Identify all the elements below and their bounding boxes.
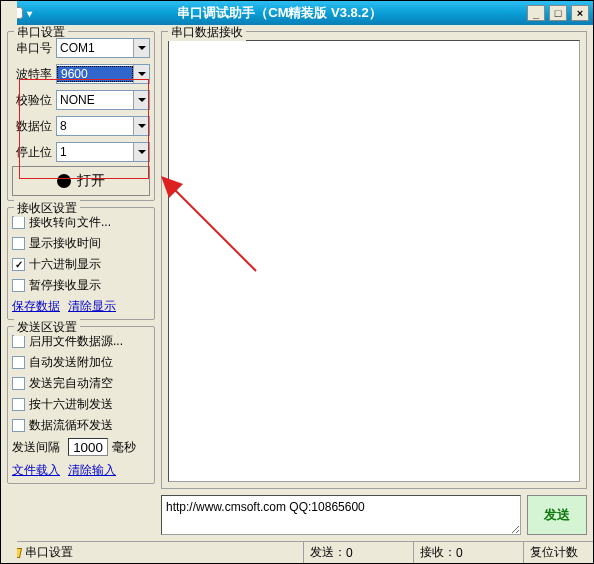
port-settings-group: 串口设置 串口号 COM1 波特率 9600 校验位: [7, 31, 155, 201]
rx-opt-row-2: 十六进制显示: [12, 256, 150, 273]
tx-opt-row-1: 自动发送附加位: [12, 354, 150, 371]
databits-select[interactable]: 8: [56, 116, 150, 136]
rx-opt-label-3: 暂停接收显示: [29, 277, 101, 294]
rx-area-title: 串口数据接收: [168, 25, 246, 41]
tx-opt-label-4: 数据流循环发送: [29, 417, 113, 434]
databits-value: 8: [57, 119, 133, 133]
rx-textarea[interactable]: [168, 40, 580, 482]
tx-group-title: 发送区设置: [14, 319, 80, 336]
rx-opt-row-3: 暂停接收显示: [12, 277, 150, 294]
tx-opt-label-2: 发送完自动清空: [29, 375, 113, 392]
tx-opt-row-3: 按十六进制发送: [12, 396, 150, 413]
baud-value: 9600: [57, 66, 133, 82]
tx-opt-checkbox-0[interactable]: [12, 335, 25, 348]
window-title: 串口调试助手（CM精装版 V3.8.2）: [32, 4, 527, 22]
tx-opt-row-4: 数据流循环发送: [12, 417, 150, 434]
stopbits-label: 停止位: [12, 144, 52, 161]
rx-group-title: 接收区设置: [14, 200, 80, 217]
port-value: COM1: [57, 41, 133, 55]
status-rx: 接收：0: [413, 542, 523, 563]
clear-display-link[interactable]: 清除显示: [68, 298, 116, 315]
rx-opt-label-2: 十六进制显示: [29, 256, 101, 273]
clear-input-link[interactable]: 清除输入: [68, 462, 116, 479]
tx-opt-label-3: 按十六进制发送: [29, 396, 113, 413]
rx-opt-label-1: 显示接收时间: [29, 235, 101, 252]
chevron-down-icon: [133, 143, 149, 161]
titlebar[interactable]: ▾ 串口调试助手（CM精装版 V3.8.2） _ □ ×: [1, 1, 593, 25]
save-data-link[interactable]: 保存数据: [12, 298, 60, 315]
tx-settings-group: 发送区设置 启用文件数据源...自动发送附加位发送完自动清空按十六进制发送数据流…: [7, 326, 155, 484]
port-select[interactable]: COM1: [56, 38, 150, 58]
close-button[interactable]: ×: [571, 5, 589, 21]
chevron-down-icon: [133, 39, 149, 57]
open-button-label: 打开: [77, 172, 105, 190]
statusbar: 串口设置 发送：0 接收：0 复位计数: [1, 541, 593, 563]
tx-textarea[interactable]: [161, 495, 521, 535]
tx-opt-label-1: 自动发送附加位: [29, 354, 113, 371]
chevron-down-icon: [133, 65, 149, 83]
rx-opt-checkbox-3[interactable]: [12, 279, 25, 292]
open-port-button[interactable]: 打开: [12, 166, 150, 196]
chevron-down-icon: [133, 91, 149, 109]
port-label: 串口号: [12, 40, 52, 57]
rx-opt-row-1: 显示接收时间: [12, 235, 150, 252]
interval-input[interactable]: [68, 438, 108, 456]
rx-opt-checkbox-0[interactable]: [12, 216, 25, 229]
parity-select[interactable]: NONE: [56, 90, 150, 110]
port-status-icon: [57, 174, 71, 188]
rx-settings-group: 接收区设置 接收转向文件...显示接收时间十六进制显示暂停接收显示 保存数据 清…: [7, 207, 155, 320]
interval-unit: 毫秒: [112, 439, 136, 456]
parity-value: NONE: [57, 93, 133, 107]
send-button[interactable]: 发送: [527, 495, 587, 535]
stopbits-select[interactable]: 1: [56, 142, 150, 162]
rx-opt-checkbox-1[interactable]: [12, 237, 25, 250]
maximize-button[interactable]: □: [549, 5, 567, 21]
rx-opt-checkbox-2[interactable]: [12, 258, 25, 271]
reset-counter-button[interactable]: 复位计数: [523, 542, 593, 563]
file-load-link[interactable]: 文件载入: [12, 462, 60, 479]
parity-label: 校验位: [12, 92, 52, 109]
interval-label: 发送间隔: [12, 439, 64, 456]
tx-opt-checkbox-1[interactable]: [12, 356, 25, 369]
baud-select[interactable]: 9600: [56, 64, 150, 84]
databits-label: 数据位: [12, 118, 52, 135]
status-tx: 发送：0: [303, 542, 413, 563]
minimize-button[interactable]: _: [527, 5, 545, 21]
tx-opt-row-2: 发送完自动清空: [12, 375, 150, 392]
baud-label: 波特率: [12, 66, 52, 83]
tx-opt-checkbox-4[interactable]: [12, 419, 25, 432]
rx-area-group: 串口数据接收: [161, 31, 587, 489]
tx-opt-checkbox-2[interactable]: [12, 377, 25, 390]
chevron-down-icon: [133, 117, 149, 135]
stopbits-value: 1: [57, 145, 133, 159]
tx-opt-checkbox-3[interactable]: [12, 398, 25, 411]
status-label: 串口设置: [25, 544, 73, 561]
